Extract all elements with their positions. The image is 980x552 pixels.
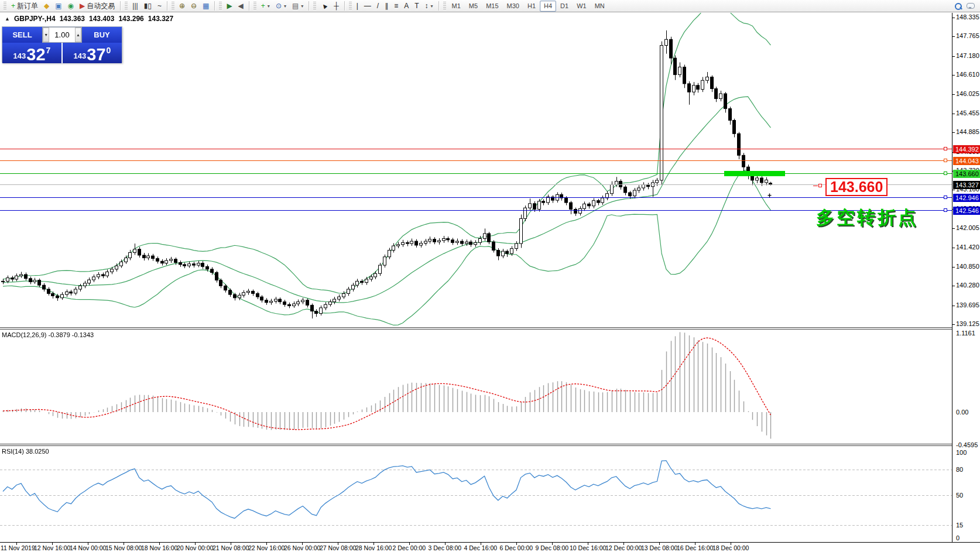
arrows-button[interactable]: ↕▾ [422, 1, 436, 12]
horizontal-line-button[interactable]: — [361, 1, 374, 12]
terminal-button[interactable]: ▣ [52, 1, 64, 12]
rsi-chart-canvas[interactable] [0, 447, 952, 542]
metaeditor-button[interactable]: ◆ [41, 1, 52, 12]
volume-increase-button[interactable]: ▲ [75, 28, 81, 42]
terminal-icon: ▣ [55, 2, 61, 9]
trendline-button[interactable]: / [374, 1, 382, 12]
hline-handle[interactable] [944, 172, 947, 175]
highlight-zone-rectangle[interactable] [724, 171, 785, 176]
cn-annotation-text[interactable]: 多空转折点 [816, 205, 919, 230]
price-level-text-box[interactable]: 143.660 [825, 178, 888, 196]
macd-panel-splitter[interactable] [0, 327, 980, 330]
hline-handle[interactable] [944, 196, 947, 199]
hline-handle[interactable] [944, 208, 947, 212]
sell-button[interactable]: SELL [2, 27, 42, 43]
hline-object-142.946[interactable] [0, 197, 952, 198]
current-price-badge: 143.327 [953, 181, 980, 189]
timeframe-m15-button[interactable]: M15 [482, 1, 502, 12]
bar-chart-button[interactable]: ||| [129, 1, 141, 12]
chart-shift-icon: ◀ [238, 2, 244, 9]
macd-indicator-label: MACD(12,26,9) -0.3879 -0.1343 [2, 331, 94, 338]
chat-icon[interactable] [967, 3, 975, 9]
sell-price-prefix: 143 [13, 52, 26, 60]
main-chart-canvas[interactable] [0, 13, 952, 327]
hline-price-badge: 144.392 [953, 145, 980, 153]
fibonacci-button[interactable]: ≡ [391, 1, 401, 12]
time-axis-label: 3 Dec 08:00 [429, 544, 462, 551]
search-icon[interactable] [954, 2, 962, 10]
periods-button[interactable]: ⊙▾ [273, 1, 289, 12]
y-axis-tick-label: 145.455 [956, 109, 979, 116]
templates-icon: ▤ [292, 2, 299, 9]
time-axis-tick-mark [52, 543, 53, 545]
macd-axis-tick-label: 0.00 [956, 409, 968, 416]
timeframe-h1-button[interactable]: H1 [523, 1, 540, 12]
zoom-in-button[interactable]: ⊕ [176, 1, 188, 12]
time-axis[interactable]: 11 Nov 201912 Nov 16:0014 Nov 00:0015 No… [0, 542, 980, 552]
ohlc-low: 143.296 [118, 15, 143, 23]
time-axis-label: 26 Nov 00:00 [284, 544, 320, 551]
line-chart-button[interactable]: ~ [155, 1, 165, 12]
cursor-button[interactable]: ▲ [318, 1, 331, 12]
timeframe-w1-button[interactable]: W1 [573, 1, 591, 12]
zoom-out-button[interactable]: ⊖ [188, 1, 200, 12]
signals-button[interactable]: ◉ [65, 1, 77, 12]
zoom-out-icon: ⊖ [191, 2, 197, 9]
hline-object-143.660[interactable] [0, 173, 952, 174]
timeframe-m5-button[interactable]: M5 [465, 1, 482, 12]
time-axis-label: 4 Dec 16:00 [464, 544, 498, 551]
price-box-anchor-handle[interactable] [818, 184, 822, 187]
sell-price-display[interactable]: 143 32 7 [2, 43, 61, 63]
templates-button[interactable]: ▤▾ [289, 1, 306, 12]
time-axis-tick-mark [374, 543, 374, 545]
toolbar-grip [443, 2, 446, 11]
toolbar-right-group [954, 2, 978, 10]
hline-object-142.546[interactable] [0, 210, 952, 211]
hline-object-144.392[interactable] [0, 149, 952, 149]
y-axis-tick-label: 142.005 [956, 224, 979, 231]
text-label-button[interactable]: T [412, 1, 422, 12]
buy-price-prefix: 143 [74, 52, 87, 60]
time-axis-tick-mark [659, 543, 660, 545]
time-axis-label: 2 Dec 00:00 [393, 544, 426, 551]
volume-decrease-button[interactable]: ▼ [43, 28, 49, 42]
timeframe-h4-button[interactable]: H4 [540, 1, 556, 12]
mt4-terminal: +新订单◆▣◉▶自动交易|||▮▯~⊕⊖▦▶◀+▾⊙▾▤▾▲┼|—/∥≡AT↕▾… [0, 0, 980, 552]
timeframe-d1-button[interactable]: D1 [556, 1, 573, 12]
timeframe-m1-button[interactable]: M1 [448, 1, 465, 12]
new-order-button[interactable]: +新订单 [8, 1, 41, 12]
crosshair-button[interactable]: ┼ [331, 1, 342, 12]
y-axis-tick-mark [952, 190, 955, 190]
hline-handle[interactable] [944, 147, 947, 150]
toolbar-grip [253, 2, 256, 11]
autotrading-button[interactable]: ▶自动交易 [77, 1, 118, 12]
text-button[interactable]: A [401, 1, 412, 12]
macd-chart-canvas[interactable] [0, 330, 952, 444]
one-click-collapse-icon[interactable]: ▲ [5, 16, 10, 22]
toolbar-separator [120, 1, 121, 11]
y-axis-tick-mark [952, 114, 955, 114]
ohlc-high: 143.403 [89, 15, 114, 23]
timeframe-mn-button[interactable]: MN [591, 1, 609, 12]
hline-handle[interactable] [944, 159, 947, 162]
hline-object-144.043[interactable] [0, 160, 952, 161]
rsi-panel-splitter[interactable] [0, 444, 980, 446]
vertical-line-button[interactable]: | [354, 1, 361, 12]
indicators-button[interactable]: +▾ [258, 1, 273, 12]
volume-input[interactable] [49, 28, 75, 42]
buy-price-display[interactable]: 143 37 0 [63, 43, 122, 63]
y-axis-tick-label: 140.280 [956, 282, 979, 289]
buy-button[interactable]: BUY [82, 27, 122, 43]
time-axis-tick-mark [552, 543, 553, 545]
chart-shift-button[interactable]: ◀ [235, 1, 246, 12]
time-axis-tick-mark [481, 543, 481, 545]
time-axis-label: 18 Nov 16:00 [141, 544, 177, 551]
rsi-indicator-label: RSI(14) 38.0250 [2, 448, 49, 455]
auto-scroll-button[interactable]: ▶ [224, 1, 235, 12]
candlestick-chart-button[interactable]: ▮▯ [141, 1, 155, 12]
channel-button[interactable]: ∥ [382, 1, 391, 12]
time-axis-label: 22 Nov 16:00 [248, 544, 285, 551]
tile-windows-button[interactable]: ▦ [200, 1, 212, 12]
timeframe-m30-button[interactable]: M30 [503, 1, 523, 12]
price-axis[interactable]: 148.335147.765147.180146.610146.025145.4… [952, 13, 980, 543]
